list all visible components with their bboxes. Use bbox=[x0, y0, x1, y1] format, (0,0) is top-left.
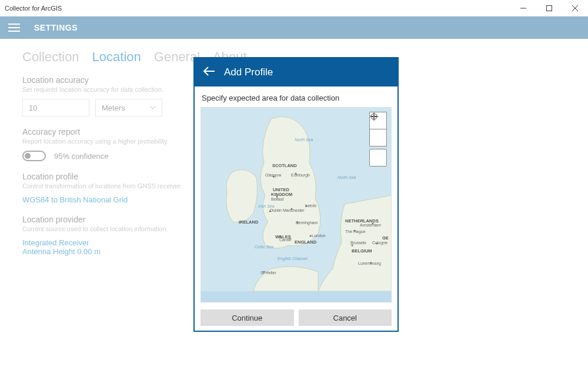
accuracy-value-input[interactable]: 10 bbox=[22, 99, 89, 116]
cancel-button[interactable]: Cancel bbox=[299, 309, 392, 326]
svg-rect-1 bbox=[547, 5, 552, 11]
confidence-toggle[interactable] bbox=[22, 151, 46, 161]
dialog-header: Add Profile bbox=[195, 58, 397, 86]
window-title: Collector for ArcGIS bbox=[5, 5, 62, 12]
map-label: GE bbox=[382, 235, 389, 241]
chevron-down-icon bbox=[150, 105, 156, 111]
map-label: English Channel bbox=[278, 257, 308, 261]
back-arrow-icon[interactable] bbox=[203, 66, 216, 79]
dialog-body: Specify expected area for data collectio… bbox=[195, 86, 397, 331]
app-header: SETTINGS bbox=[0, 16, 588, 39]
map-label: North Sea bbox=[295, 138, 313, 142]
map-label: Celtic Sea bbox=[255, 245, 273, 249]
map-label: IRELAND bbox=[239, 219, 258, 225]
map-label: London bbox=[312, 234, 325, 238]
map-controls bbox=[369, 112, 387, 169]
maximize-button[interactable] bbox=[536, 0, 562, 16]
map-label: BELGIUM bbox=[352, 248, 372, 254]
tab-location[interactable]: Location bbox=[92, 49, 141, 65]
map-label: Cologne bbox=[372, 241, 387, 245]
dialog-footer: Continue Cancel bbox=[201, 309, 392, 326]
locate-button[interactable] bbox=[369, 149, 387, 166]
map-label: Irish Sea bbox=[258, 204, 275, 208]
accuracy-value: 10 bbox=[29, 104, 37, 112]
map-label: Birmingham bbox=[296, 221, 318, 225]
svg-point-26 bbox=[373, 116, 375, 118]
confidence-label: 95% confidence bbox=[54, 152, 109, 161]
map-label: KINGDOM bbox=[271, 192, 292, 197]
map-label: Leeds bbox=[305, 204, 316, 208]
tab-collection[interactable]: Collection bbox=[22, 49, 79, 65]
map-label: Dublin bbox=[270, 208, 282, 212]
zoom-out-button[interactable] bbox=[369, 129, 387, 146]
map-label: The Hague bbox=[345, 229, 366, 234]
map-label: Amsterdam bbox=[360, 223, 381, 227]
window-controls bbox=[510, 0, 588, 16]
map-view[interactable]: North Sea North Sea Irish Sea Celtic Sea… bbox=[201, 107, 392, 302]
close-button[interactable] bbox=[562, 0, 588, 16]
accuracy-unit: Meters bbox=[102, 104, 125, 112]
map-label: Belfast bbox=[271, 197, 283, 201]
accuracy-unit-select[interactable]: Meters bbox=[95, 99, 162, 116]
map-label: SCOTLAND bbox=[272, 163, 297, 168]
map-label: North Sea bbox=[338, 175, 356, 179]
map-label: Manchester bbox=[283, 208, 305, 212]
add-profile-dialog: Add Profile Specify expected area for da… bbox=[193, 57, 399, 332]
window-titlebar: Collector for ArcGIS bbox=[0, 0, 588, 16]
minimize-button[interactable] bbox=[510, 0, 536, 16]
map-label: Edinburgh bbox=[291, 173, 310, 177]
dialog-instruction: Specify expected area for data collectio… bbox=[201, 94, 392, 102]
menu-icon[interactable] bbox=[8, 19, 25, 36]
continue-button[interactable]: Continue bbox=[201, 309, 294, 326]
map-label: Brussels bbox=[350, 241, 366, 245]
map-label: St Helier bbox=[260, 271, 276, 275]
dialog-title: Add Profile bbox=[224, 66, 273, 78]
map-label: Cardiff bbox=[279, 238, 292, 242]
map-label: Luxembourg bbox=[358, 261, 381, 265]
map-label: ENGLAND bbox=[295, 239, 316, 245]
map-label: Glasgow bbox=[265, 173, 281, 177]
page-title: SETTINGS bbox=[34, 23, 78, 32]
